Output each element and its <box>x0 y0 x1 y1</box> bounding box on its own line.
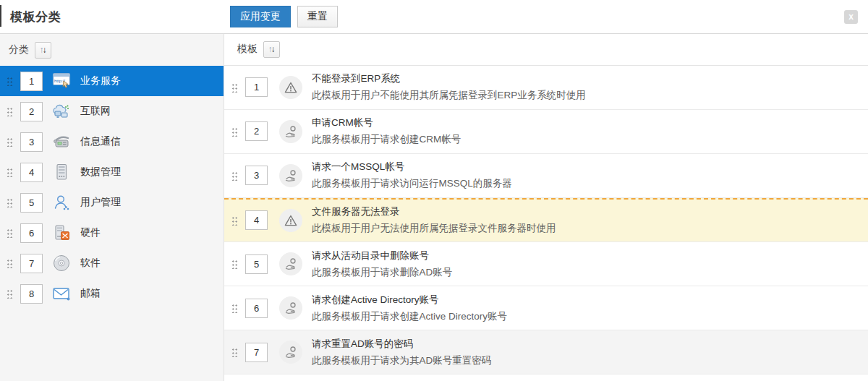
incident-warning-icon <box>279 209 302 232</box>
category-label: 信息通信 <box>80 135 121 148</box>
template-order-box: 1 <box>245 77 268 97</box>
titlebar: 模板分类 应用变更 重置 x <box>0 0 868 34</box>
category-order-box: 4 <box>20 163 43 182</box>
category-sidebar: 分类 ↑↓ 1 http:// 业务服务 2 互联网 <box>0 34 224 381</box>
template-title: 请求重置AD账号的密码 <box>312 338 491 351</box>
category-order-box: 5 <box>20 193 43 213</box>
drag-handle-icon[interactable] <box>231 82 238 93</box>
drag-handle-icon[interactable] <box>7 258 13 268</box>
drag-handle-icon[interactable] <box>7 106 13 116</box>
category-row-software[interactable]: 7 软件 <box>0 248 224 278</box>
category-header-label: 分类 <box>9 43 29 56</box>
template-title: 文件服务器无法登录 <box>312 205 556 218</box>
template-title: 请求一个MSSQL帐号 <box>312 160 512 174</box>
apply-changes-button[interactable]: 应用变更 <box>230 6 291 27</box>
template-row-hovered[interactable]: 7 请求重置AD账号的密码 此服务模板用于请求为其AD账号重置密码 <box>224 330 868 374</box>
reset-button[interactable]: 重置 <box>297 6 338 27</box>
drag-handle-icon[interactable] <box>231 215 238 226</box>
drag-handle-icon[interactable] <box>7 197 13 207</box>
template-order-box: 4 <box>245 210 268 230</box>
template-sort-button[interactable]: ↑↓ <box>263 41 280 58</box>
category-label: 数据管理 <box>80 166 121 179</box>
template-category-panel: 模板分类 应用变更 重置 x 分类 ↑↓ 1 http:// 业务服务 2 <box>0 0 868 381</box>
template-order-box: 7 <box>245 343 268 362</box>
template-title: 请求创建Active Directory账号 <box>312 294 507 307</box>
drag-handle-icon[interactable] <box>231 259 238 269</box>
template-description: 此模板用于用户无法使用所属凭据登录文件服务器时使用 <box>312 222 556 235</box>
category-row-business-service[interactable]: 1 http:// 业务服务 <box>0 66 224 96</box>
template-title: 不能登录到ERP系统 <box>312 72 586 85</box>
template-row[interactable]: 3 请求一个MSSQL帐号 此服务模板用于请求访问运行MSSQL的服务器 <box>224 154 868 198</box>
communication-icon <box>52 132 71 151</box>
category-order-box: 7 <box>20 254 43 273</box>
template-title: 请求从活动目录中删除账号 <box>312 249 452 262</box>
drag-handle-icon[interactable] <box>7 228 13 238</box>
drag-handle-icon[interactable] <box>231 171 238 181</box>
template-order-box: 5 <box>245 254 268 274</box>
template-description: 此模板用于用户不能使用其所属凭据登录到ERP业务系统时使用 <box>312 89 586 102</box>
category-row-data-management[interactable]: 4 数据管理 <box>0 157 224 187</box>
category-header: 分类 ↑↓ <box>0 34 224 66</box>
template-description: 此服务模板用于请求创建CRM帐号 <box>312 133 461 146</box>
category-label: 用户管理 <box>80 196 121 209</box>
category-row-mailbox[interactable]: 8 邮箱 <box>0 278 224 309</box>
template-row[interactable]: 5 请求从活动目录中删除账号 此服务模板用于请求删除AD账号 <box>224 242 868 286</box>
template-description: 此服务模板用于请求删除AD账号 <box>312 266 452 279</box>
template-order-box: 6 <box>245 299 268 318</box>
template-row[interactable]: 2 申请CRM帐号 此服务模板用于请求创建CRM帐号 <box>224 110 868 154</box>
template-description: 此服务模板用于请求为其AD账号重置密码 <box>312 354 491 367</box>
template-description: 此服务模板用于请求创建Active Directory账号 <box>312 310 507 323</box>
category-order-box: 2 <box>20 102 43 121</box>
template-order-box: 2 <box>245 121 268 141</box>
template-header-label: 模板 <box>237 43 258 56</box>
template-row[interactable]: 1 不能登录到ERP系统 此模板用于用户不能使用其所属凭据登录到ERP业务系统时… <box>224 66 868 110</box>
category-order-box: 8 <box>20 284 43 304</box>
left-edge-sliver <box>0 5 1 27</box>
business-service-icon: http:// <box>52 72 71 90</box>
category-label: 硬件 <box>80 226 101 239</box>
service-request-icon <box>279 341 302 364</box>
next-row-sliver <box>224 374 868 381</box>
drag-handle-icon[interactable] <box>7 137 13 147</box>
category-row-user-management[interactable]: 5 用户管理 <box>0 187 224 218</box>
drag-handle-icon[interactable] <box>231 303 238 313</box>
template-list-panel: 模板 ↑↓ 1 不能登录到ERP系统 此模板用于用户不能使用其所属凭据登录到ER… <box>224 34 868 381</box>
drag-handle-icon[interactable] <box>7 167 13 177</box>
category-row-internet[interactable]: 2 互联网 <box>0 96 224 127</box>
template-row-highlighted[interactable]: 4 文件服务器无法登录 此模板用于用户无法使用所属凭据登录文件服务器时使用 <box>224 198 868 243</box>
mailbox-icon <box>52 284 71 303</box>
service-request-icon <box>279 252 302 275</box>
template-row[interactable]: 6 请求创建Active Directory账号 此服务模板用于请求创建Acti… <box>224 286 868 330</box>
service-request-icon <box>279 296 302 320</box>
drag-handle-icon[interactable] <box>231 347 238 357</box>
drag-handle-icon[interactable] <box>231 127 238 137</box>
category-label: 互联网 <box>80 105 111 118</box>
category-row-hardware[interactable]: 6 硬件 <box>0 218 224 248</box>
category-label: 软件 <box>80 257 101 270</box>
page-title: 模板分类 <box>10 10 61 24</box>
category-label: 邮箱 <box>80 287 101 300</box>
template-order-box: 3 <box>245 166 268 185</box>
category-row-communication[interactable]: 3 信息通信 <box>0 127 224 157</box>
software-icon <box>52 254 71 273</box>
close-icon[interactable]: x <box>844 10 858 24</box>
internet-icon <box>52 102 71 121</box>
category-order-box: 1 <box>20 72 43 91</box>
template-title: 申请CRM帐号 <box>312 116 461 129</box>
category-order-box: 6 <box>20 223 43 243</box>
category-order-box: 3 <box>20 132 43 152</box>
template-description: 此服务模板用于请求访问运行MSSQL的服务器 <box>312 177 512 190</box>
category-sort-button[interactable]: ↑↓ <box>35 42 51 59</box>
template-header: 模板 ↑↓ <box>224 34 868 66</box>
service-request-icon <box>279 164 302 187</box>
drag-handle-icon[interactable] <box>7 288 13 299</box>
user-management-icon <box>52 193 71 212</box>
data-management-icon <box>52 163 71 181</box>
drag-handle-icon[interactable] <box>7 76 13 86</box>
hardware-icon <box>52 223 71 242</box>
incident-warning-icon <box>279 76 302 99</box>
category-label: 业务服务 <box>80 74 121 87</box>
service-request-icon <box>279 120 302 143</box>
